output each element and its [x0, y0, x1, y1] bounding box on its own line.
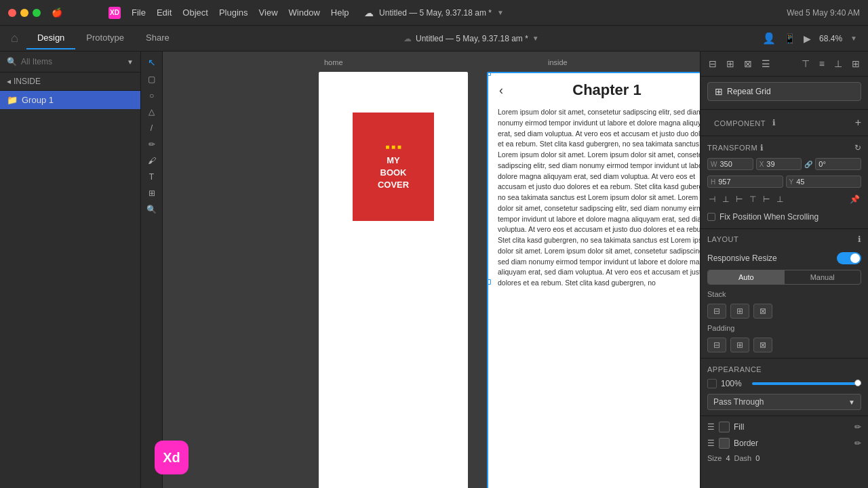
divider — [701, 109, 868, 110]
search-input[interactable] — [21, 57, 123, 66]
fix-position-label: Fix Position When Scrolling — [719, 212, 818, 222]
align-left-icon[interactable]: ⊟ — [707, 57, 718, 70]
fill-swatch[interactable] — [719, 422, 730, 432]
ellipse-tool[interactable]: ○ — [149, 91, 154, 100]
brush-tool[interactable]: 🖌 — [148, 156, 156, 165]
transform-w-row: W 350 X 39 🔗 0° — [701, 155, 868, 173]
minimize-button[interactable] — [20, 9, 28, 17]
align-middle-icon[interactable]: ≡ — [818, 57, 826, 70]
border-edit-icon[interactable]: ✏ — [854, 439, 861, 448]
opacity-slider[interactable] — [752, 382, 861, 385]
tab-design[interactable]: Design — [26, 27, 75, 49]
pin-right-icon[interactable]: ⊢ — [734, 193, 744, 205]
border-swatch[interactable] — [719, 438, 730, 449]
line-tool[interactable]: / — [151, 123, 153, 133]
transform-info-icon[interactable]: ℹ — [760, 143, 764, 152]
align-top-icon[interactable]: ⊤ — [800, 57, 811, 70]
blend-mode-dropdown[interactable]: Pass Through ▼ — [707, 394, 861, 410]
canvas[interactable]: ↖ ▢ ○ △ / ✏ 🖌 T ⊞ 🔍 home ■ ■ ■ MY BOOK C… — [141, 52, 700, 488]
menu-file[interactable]: File — [132, 7, 146, 18]
flip-icon[interactable]: ↻ — [854, 143, 862, 152]
xd-dock-icon[interactable]: Xd — [155, 441, 189, 474]
w-value: 350 — [719, 160, 732, 168]
search-icon: 🔍 — [7, 57, 17, 66]
stack-btn-3[interactable]: ⊠ — [753, 304, 772, 319]
opacity-checkbox[interactable] — [707, 379, 717, 388]
border-visibility-toggle[interactable]: ☰ — [707, 439, 715, 448]
align-center-icon[interactable]: ⊞ — [725, 57, 736, 70]
menu-edit[interactable]: Edit — [157, 7, 172, 18]
fill-visibility-toggle[interactable]: ☰ — [707, 422, 715, 432]
distribute-icon[interactable]: ⊠ — [743, 57, 753, 70]
align-bottom-icon[interactable]: ⊥ — [833, 57, 844, 70]
tab-share[interactable]: Share — [135, 27, 180, 49]
pin-left-icon[interactable]: ⊣ — [707, 193, 717, 205]
fill-edit-icon[interactable]: ✏ — [854, 422, 861, 432]
sidebar-search[interactable]: 🔍 ▼ — [0, 52, 140, 73]
align-stretch-icon[interactable]: ⊞ — [850, 57, 861, 70]
repeat-grid-label: Repeat Grid — [727, 87, 771, 96]
pin-top-icon[interactable]: ⊤ — [748, 193, 757, 205]
responsive-resize-toggle[interactable] — [837, 252, 861, 264]
close-button[interactable] — [8, 9, 16, 17]
align-row: ⊣ ⊥ ⊢ ⊤ ⊢ ⊥ 📌 — [701, 190, 868, 208]
play-icon[interactable]: ▶ — [804, 33, 811, 44]
back-arrow-icon[interactable]: ◂ — [7, 77, 11, 86]
component-info-icon[interactable]: ℹ — [772, 118, 776, 127]
select-tool[interactable]: ↖ — [148, 57, 156, 68]
pin-bottom-icon[interactable]: ⊥ — [775, 193, 785, 205]
handle-ml[interactable] — [487, 279, 491, 285]
menu-window[interactable]: Window — [289, 7, 320, 18]
padding-btn-3[interactable]: ⊠ — [753, 338, 772, 352]
repeat-grid-icon: ⊞ — [715, 86, 723, 97]
pin-v-icon[interactable]: ⊥ — [721, 193, 730, 205]
y-field[interactable]: Y 45 — [786, 176, 862, 188]
zoom-tool[interactable]: 🔍 — [146, 205, 157, 214]
x-field[interactable]: X 39 — [756, 158, 802, 170]
text-tool[interactable]: T — [149, 172, 154, 182]
layout-label: LAYOUT — [707, 235, 738, 243]
pin-icon[interactable]: 📌 — [848, 193, 861, 205]
titlebar: 🍎 XD File Edit Object Plugins View Windo… — [0, 0, 868, 26]
height-field[interactable]: H 957 — [707, 176, 783, 188]
layout-info-icon[interactable]: ℹ — [858, 235, 861, 244]
repeat-grid-button[interactable]: ⊞ Repeat Grid — [707, 82, 861, 101]
pen-tool[interactable]: ✏ — [149, 140, 155, 149]
stack-btn-1[interactable]: ⊟ — [707, 304, 726, 319]
tab-prototype[interactable]: Prototype — [75, 27, 135, 49]
component-tool[interactable]: ⊞ — [149, 188, 155, 198]
fullscreen-button[interactable] — [33, 9, 41, 17]
manual-tab[interactable]: Manual — [785, 270, 861, 284]
zoom-level[interactable]: 68.4% — [819, 34, 842, 43]
dash-label: Dash — [734, 454, 752, 462]
link-icon[interactable]: 🔗 — [804, 161, 812, 168]
menu-object[interactable]: Object — [182, 7, 208, 18]
right-panel: ⊟ ⊞ ⊠ ☰ ⊤ ≡ ⊥ ⊞ ⊞ Repeat Grid COMPONENT … — [700, 52, 868, 488]
stack-btn-2[interactable]: ⊞ — [730, 304, 749, 319]
menu-help[interactable]: Help — [331, 7, 349, 18]
artboard-inside[interactable]: ‹ Chapter 1 Lorem ipsum dolor sit amet, … — [487, 72, 700, 488]
padding-btn-2[interactable]: ⊞ — [730, 338, 749, 352]
add-component-icon[interactable]: + — [855, 117, 861, 129]
menu-bar: XD File Edit Object Plugins View Window … — [108, 7, 349, 19]
sidebar-item-group1[interactable]: 📁 Group 1 — [0, 91, 140, 109]
back-arrow-icon[interactable]: ‹ — [499, 83, 503, 98]
pin-h-icon[interactable]: ⊢ — [762, 193, 771, 205]
artboard-home[interactable]: ■ ■ ■ MY BOOK COVER — [319, 72, 468, 488]
rotation-field[interactable]: 0° — [815, 158, 861, 170]
width-field[interactable]: W 350 — [707, 158, 753, 170]
chapter-header: ‹ Chapter 1 — [488, 73, 700, 107]
padding-btn-1[interactable]: ⊟ — [707, 338, 726, 352]
auto-tab[interactable]: Auto — [708, 270, 785, 284]
triangle-tool[interactable]: △ — [149, 107, 155, 117]
divider5 — [701, 415, 868, 416]
tools-panel: ↖ ▢ ○ △ / ✏ 🖌 T ⊞ 🔍 — [141, 52, 163, 488]
more-icon[interactable]: ☰ — [760, 57, 772, 70]
rectangle-tool[interactable]: ▢ — [148, 75, 155, 84]
fix-position-checkbox[interactable] — [707, 213, 715, 221]
menu-view[interactable]: View — [259, 7, 278, 18]
chevron-down-icon[interactable]: ▼ — [127, 58, 134, 66]
home-icon[interactable]: ⌂ — [11, 31, 18, 45]
menu-plugins[interactable]: Plugins — [219, 7, 248, 18]
chevron-down-icon: ▼ — [848, 399, 855, 406]
